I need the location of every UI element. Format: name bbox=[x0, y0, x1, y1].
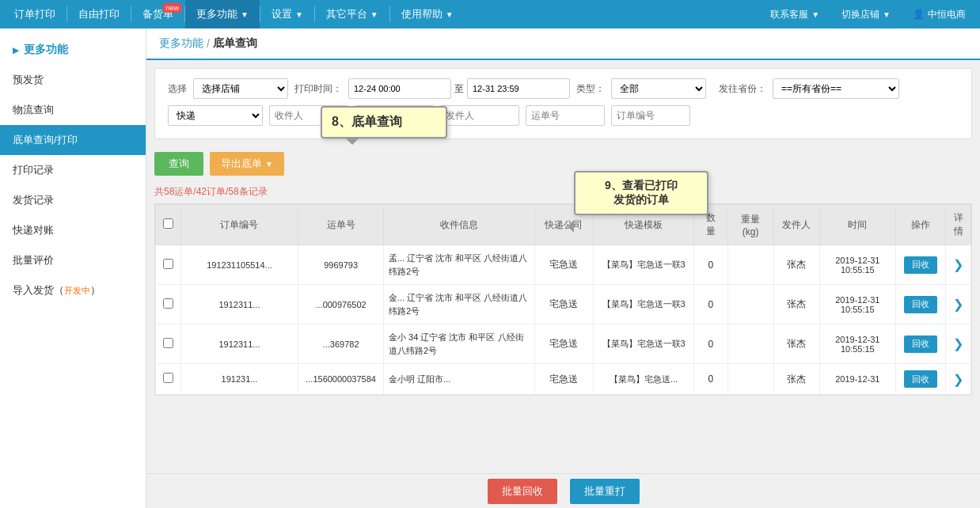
row-check-1[interactable] bbox=[163, 298, 173, 309]
row-action-1[interactable]: 回收 bbox=[895, 285, 946, 324]
province-select[interactable]: ==所有省份== bbox=[773, 78, 899, 99]
sidebar-item-ship-record[interactable]: 发货记录 bbox=[0, 185, 146, 215]
table-row: 191231105514... 9969793 孟... 辽宁省 沈市 和平区 … bbox=[156, 245, 971, 285]
filter-section: 选择 选择店铺 打印时间： 至 类型： 全部 发往省份： ==所有省份== bbox=[154, 68, 972, 139]
row-action-2[interactable]: 回收 bbox=[895, 324, 946, 364]
data-table: 订单编号 运单号 收件信息 快递公司 快递模板 数量 重量(kg) 发件人 时间… bbox=[155, 204, 971, 395]
time-range: 至 bbox=[348, 78, 570, 99]
new-badge: new bbox=[163, 3, 181, 13]
breadcrumb: 更多功能 / 底单查询 bbox=[146, 28, 980, 60]
filter-row-1: 选择 选择店铺 打印时间： 至 类型： 全部 发往省份： ==所有省份== bbox=[168, 78, 959, 99]
time-from-input[interactable] bbox=[348, 78, 451, 99]
row-weight-2 bbox=[727, 324, 773, 364]
nav-other-platform[interactable]: 其它平台 ▼ bbox=[315, 0, 389, 28]
nav-user-store[interactable]: 👤 中恒电商 bbox=[902, 0, 977, 28]
filter-row-2: 快递 bbox=[168, 105, 959, 126]
express-select[interactable]: 快递 bbox=[168, 105, 263, 126]
order-input[interactable] bbox=[611, 105, 690, 126]
nav-free-print[interactable]: 自由打印 bbox=[67, 0, 131, 28]
row-time-2: 2019-12-31 10:55:15 bbox=[820, 324, 895, 364]
tooltip-1: 8、底单查询 bbox=[321, 106, 447, 138]
recycle-button-2[interactable]: 回收 bbox=[904, 336, 937, 353]
export-button[interactable]: 导出底单 ▼ bbox=[210, 152, 284, 176]
row-check-2[interactable] bbox=[163, 338, 173, 348]
breadcrumb-separator: / bbox=[207, 37, 210, 50]
sender-input[interactable] bbox=[440, 105, 519, 126]
row-courier-0: 宅急送 bbox=[534, 245, 593, 285]
recycle-button-0[interactable]: 回收 bbox=[904, 256, 937, 274]
sidebar-item-preship[interactable]: 预发货 bbox=[0, 65, 146, 95]
row-check-0[interactable] bbox=[163, 259, 173, 269]
row-template-1: 【菜鸟】宅急送一联3 bbox=[593, 285, 693, 324]
sidebar-item-import-ship[interactable]: 导入发货（开发中） bbox=[0, 275, 146, 305]
select-all-checkbox[interactable] bbox=[163, 218, 173, 229]
th-weight: 重量(kg) bbox=[727, 205, 773, 245]
nav-help[interactable]: 使用帮助 ▼ bbox=[390, 0, 465, 28]
action-row: 查询 导出底单 ▼ bbox=[146, 147, 980, 182]
recycle-button-1[interactable]: 回收 bbox=[904, 296, 937, 313]
nav-settings[interactable]: 设置 ▼ bbox=[260, 0, 314, 28]
print-time-label: 打印时间： bbox=[294, 82, 342, 96]
breadcrumb-current: 底单查询 bbox=[213, 36, 257, 51]
nav-order-print[interactable]: 订单打印 bbox=[3, 0, 66, 28]
row-detail-0[interactable]: ❯ bbox=[946, 245, 971, 285]
query-button[interactable]: 查询 bbox=[154, 152, 203, 176]
row-order-0: 191231105514... bbox=[180, 245, 298, 285]
row-time-0: 2019-12-31 10:55:15 bbox=[820, 245, 895, 285]
batch-recycle-button[interactable]: 批量回收 bbox=[488, 479, 557, 504]
row-template-2: 【菜鸟】宅急送一联3 bbox=[593, 324, 693, 364]
batch-reprint-button[interactable]: 批量重打 bbox=[570, 479, 640, 504]
chevron-down-icon-6: ▼ bbox=[883, 10, 891, 19]
row-action-3[interactable]: 回收 bbox=[895, 364, 946, 395]
row-detail-3[interactable]: ❯ bbox=[946, 364, 971, 395]
sidebar-item-logistics[interactable]: 物流查询 bbox=[0, 95, 146, 125]
row-order-1: 1912311... bbox=[180, 285, 298, 324]
shop-select[interactable]: 选择店铺 bbox=[193, 78, 288, 99]
row-weight-1 bbox=[727, 285, 773, 324]
sidebar-item-waybill[interactable]: 底单查询/打印 bbox=[0, 125, 146, 155]
user-icon: 👤 bbox=[913, 9, 925, 20]
tracking-input[interactable] bbox=[526, 105, 605, 126]
row-count-2: 0 bbox=[694, 324, 727, 364]
row-weight-0 bbox=[727, 245, 773, 285]
row-action-0[interactable]: 回收 bbox=[895, 245, 946, 285]
row-tracking-1: ...000976502 bbox=[298, 285, 384, 324]
row-checkbox-1[interactable] bbox=[156, 285, 181, 324]
chevron-down-icon-5: ▼ bbox=[811, 10, 819, 19]
row-sender-3: 张杰 bbox=[773, 364, 819, 395]
stats-row: 共58运单/42订单/58条记录 bbox=[146, 182, 980, 203]
type-select[interactable]: 全部 bbox=[611, 78, 706, 99]
nav-switch-shop[interactable]: 切换店铺 ▼ bbox=[830, 0, 902, 28]
row-order-3: 191231... bbox=[180, 364, 298, 395]
th-sender: 发件人 bbox=[773, 205, 819, 245]
sidebar-item-print-record[interactable]: 打印记录 bbox=[0, 155, 146, 185]
chevron-down-icon-2: ▼ bbox=[295, 10, 303, 19]
chevron-down-icon-4: ▼ bbox=[446, 10, 454, 19]
th-detail: 详情 bbox=[946, 205, 971, 245]
breadcrumb-parent[interactable]: 更多功能 bbox=[159, 36, 203, 51]
row-template-3: 【菜鸟】宅急送... bbox=[593, 364, 693, 395]
sidebar-item-batch-review[interactable]: 批量评价 bbox=[0, 245, 146, 275]
main-content: 更多功能 / 底单查询 选择 选择店铺 打印时间： 至 类型： 全部 bbox=[146, 28, 980, 508]
row-weight-3 bbox=[727, 364, 773, 395]
row-detail-2[interactable]: ❯ bbox=[946, 324, 971, 364]
nav-customer-service[interactable]: 联系客服 ▼ bbox=[759, 0, 830, 28]
sidebar-item-express-account[interactable]: 快递对账 bbox=[0, 215, 146, 245]
chevron-down-icon-3: ▼ bbox=[370, 10, 378, 19]
row-checkbox-2[interactable] bbox=[156, 324, 181, 364]
row-count-1: 0 bbox=[694, 285, 727, 324]
row-tracking-2: ...369782 bbox=[298, 324, 384, 364]
nav-stock[interactable]: 备货单 new bbox=[131, 0, 184, 28]
row-check-3[interactable] bbox=[163, 373, 173, 383]
row-detail-1[interactable]: ❯ bbox=[946, 285, 971, 324]
row-checkbox-3[interactable] bbox=[156, 364, 181, 395]
province-label: 发往省份： bbox=[719, 82, 766, 96]
th-time: 时间 bbox=[820, 205, 895, 245]
th-checkbox bbox=[156, 205, 181, 245]
table-body: 191231105514... 9969793 孟... 辽宁省 沈市 和平区 … bbox=[156, 245, 971, 395]
nav-more-features[interactable]: 更多功能 ▼ bbox=[185, 0, 260, 28]
row-count-0: 0 bbox=[694, 245, 727, 285]
row-checkbox-0[interactable] bbox=[156, 245, 181, 285]
time-to-input[interactable] bbox=[467, 78, 570, 99]
recycle-button-3[interactable]: 回收 bbox=[904, 370, 937, 388]
